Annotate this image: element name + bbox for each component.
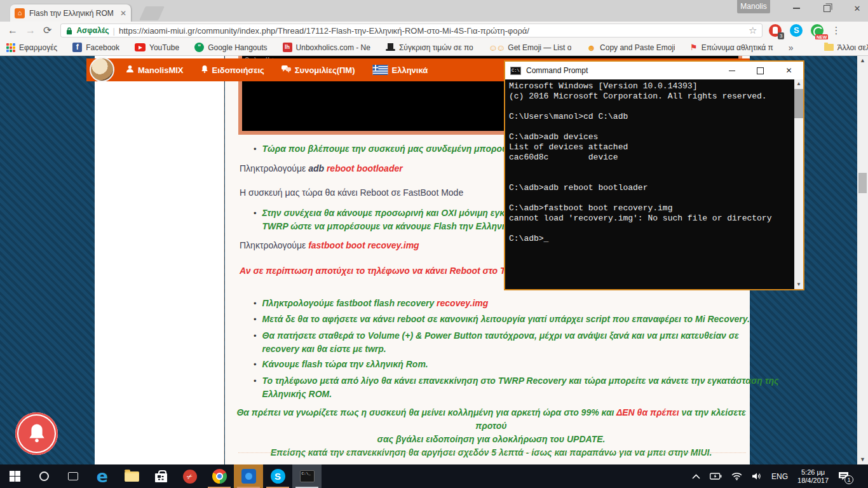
- avatar[interactable]: [90, 57, 114, 82]
- system-tray: ENG 5:26 μμ 18/4/2017 1: [692, 464, 868, 488]
- cmd-scrollbar-thumb[interactable]: [794, 89, 803, 118]
- cmd-minimize-button[interactable]: [717, 62, 746, 79]
- clock[interactable]: 5:26 μμ 18/4/2017: [797, 468, 829, 485]
- folder-icon: [824, 44, 834, 51]
- youtube-icon: [135, 43, 146, 51]
- bookmark-facebook[interactable]: f Facebook: [72, 43, 119, 52]
- bullet-icon: [254, 358, 257, 371]
- profile-name-badge[interactable]: Manolis: [737, 0, 770, 13]
- clock-date: 18/4/2017: [797, 477, 829, 484]
- emoji-faces-icon: [489, 43, 505, 53]
- cmd-titlebar[interactable]: C:\ Command Prompt: [505, 62, 803, 79]
- nav-notifications[interactable]: Ειδοποιήσεις: [201, 65, 264, 75]
- cmd-close-button[interactable]: [775, 62, 803, 79]
- back-button[interactable]: ←: [8, 25, 18, 36]
- taskbar-edge[interactable]: e: [88, 464, 117, 488]
- post-text: Τώρα που βλέπουμε την συσκευή μας συνδεμ…: [262, 142, 525, 156]
- post-paragraph: Πληκτρολογούμε adb reboot bootloader: [240, 162, 403, 175]
- tray-overflow-chevron-icon[interactable]: [692, 474, 700, 479]
- post-bullet: Θα πατήσετε σταθερά το Volume (+) & Powe…: [254, 329, 739, 356]
- taskbar-chrome[interactable]: [205, 464, 234, 488]
- bookmark-star-icon[interactable]: [749, 25, 757, 36]
- secure-lock-icon[interactable]: [66, 27, 72, 35]
- snipping-tool-icon: [183, 470, 197, 484]
- restore-button[interactable]: [820, 3, 834, 14]
- nav-language-label: Ελληνικά: [392, 65, 428, 75]
- flag-icon: [690, 43, 698, 52]
- nav-language[interactable]: Ελληνικά: [372, 65, 428, 75]
- bookmark-copy-paste-emoji[interactable]: Copy and Paste Emoji: [587, 43, 675, 53]
- close-button[interactable]: [850, 3, 864, 14]
- cmd-output: Microsoft Windows [Version 10.0.14393] (…: [509, 81, 771, 244]
- browser-tab[interactable]: Flash την Ελληνική ROM: [10, 4, 131, 22]
- bookmark-hangouts[interactable]: " Google Hangouts: [194, 43, 267, 52]
- url-bar[interactable]: Ασφαλές | https://xiaomi-miui.gr/communi…: [60, 24, 763, 37]
- taskbar: e S ENG 5:26 μμ 18/4/2017 1: [0, 464, 868, 488]
- taskbar-cmd[interactable]: [292, 464, 322, 488]
- nav-conversations[interactable]: Συνομιλίες(ΠΜ): [281, 65, 355, 75]
- post-paragraph: Αν σε περίπτωση αποτύχει το τηλέφωνο να …: [240, 264, 526, 277]
- taskbar-store[interactable]: [146, 464, 175, 488]
- bookmark-price-compare[interactable]: Σύγκριση τιμών σε πο: [386, 43, 473, 52]
- scroll-down-arrow[interactable]: [857, 455, 868, 464]
- adblock-extension-icon[interactable]: 3: [769, 24, 782, 37]
- bookmark-get-emoji[interactable]: Get Emoji — List o: [489, 43, 572, 53]
- cmd-console[interactable]: Microsoft Windows [Version 10.0.14393] (…: [505, 79, 803, 289]
- skype-extension-icon[interactable]: S: [790, 24, 803, 37]
- scroll-up-arrow[interactable]: [857, 56, 868, 65]
- volume-icon[interactable]: [752, 472, 762, 480]
- bookmarks-overflow-icon[interactable]: [789, 43, 794, 53]
- language-indicator[interactable]: ENG: [771, 472, 788, 481]
- post-bullet: Στην συνέχεια θα κάνουμε προσωρινή και Ο…: [254, 207, 524, 233]
- bookmark-apps[interactable]: Εφαρμογές: [6, 43, 57, 52]
- secure-label[interactable]: Ασφαλές: [76, 26, 109, 35]
- bullet-icon: [254, 313, 257, 326]
- post-paragraph: Πληκτρολογούμε fastboot boot recovey.img: [240, 239, 419, 252]
- reload-button[interactable]: ⟳: [43, 25, 51, 36]
- action-center-button[interactable]: 1: [838, 471, 849, 481]
- new-extension-icon[interactable]: NEW: [811, 24, 824, 37]
- taskbar-skype[interactable]: S: [263, 464, 292, 488]
- cmd-scrollbar[interactable]: [794, 79, 803, 289]
- cmd-maximize-button[interactable]: [746, 62, 775, 79]
- bookmark-unboxholics[interactable]: lh Unboxholics.com - Ne: [283, 43, 370, 52]
- forward-button: →: [25, 25, 36, 36]
- post-bullet: Κάνουμε flash τώρα την ελληνική Rom.: [254, 358, 428, 371]
- url-text[interactable]: https://xiaomi-miui.gr/community/index.p…: [119, 26, 745, 36]
- windows-store-icon: [155, 473, 167, 482]
- facebook-icon: f: [72, 43, 82, 52]
- hangouts-icon: ": [194, 43, 204, 52]
- cortana-button[interactable]: [29, 464, 58, 488]
- start-button[interactable]: [0, 464, 29, 488]
- scrollbar-thumb[interactable]: [858, 173, 867, 193]
- cmd-scroll-down-arrow[interactable]: [794, 280, 803, 289]
- command-prompt-window[interactable]: C:\ Command Prompt Microsoft Windows [Ve…: [504, 60, 804, 290]
- bullet-icon: [254, 297, 257, 310]
- cmd-icon: C:\: [510, 67, 521, 75]
- wifi-icon[interactable]: [731, 472, 742, 480]
- taskbar-snipping-tool[interactable]: [175, 464, 205, 488]
- skype-icon: S: [271, 469, 285, 484]
- other-bookmarks-folder[interactable]: Άλλοι σελιδοδείκτες: [824, 43, 868, 52]
- post-bullet: Μετά δε θα το αφήσετε να κάνει reboot σε…: [254, 313, 750, 326]
- new-tab-button[interactable]: [139, 6, 165, 20]
- post-divider: [238, 452, 746, 453]
- blue-app-icon: [241, 469, 256, 484]
- taskbar-explorer[interactable]: [117, 464, 146, 488]
- minimize-button[interactable]: [789, 3, 803, 14]
- taskbar-blue-app[interactable]: [234, 464, 263, 488]
- sidebar-item-profile[interactable]: ManolisMIX: [126, 65, 184, 75]
- browser-scrollbar[interactable]: [857, 56, 868, 464]
- task-view-button[interactable]: [58, 464, 88, 488]
- bookmark-sports[interactable]: Επώνυμα αθλητικά π: [690, 43, 773, 52]
- cmd-scroll-up-arrow[interactable]: [794, 79, 803, 88]
- chrome-menu-icon[interactable]: [831, 25, 841, 36]
- tab-title: Flash την Ελληνική ROM: [29, 9, 116, 18]
- bell-icon: [27, 423, 46, 445]
- battery-icon[interactable]: [710, 473, 722, 480]
- bookmarks-bar: Εφαρμογές f Facebook YouTube " Google Ha…: [0, 39, 868, 56]
- tab-close-icon[interactable]: [120, 9, 126, 18]
- windows-logo-icon: [10, 471, 20, 482]
- bookmark-youtube[interactable]: YouTube: [135, 43, 179, 52]
- push-notification-bell-button[interactable]: [15, 412, 58, 455]
